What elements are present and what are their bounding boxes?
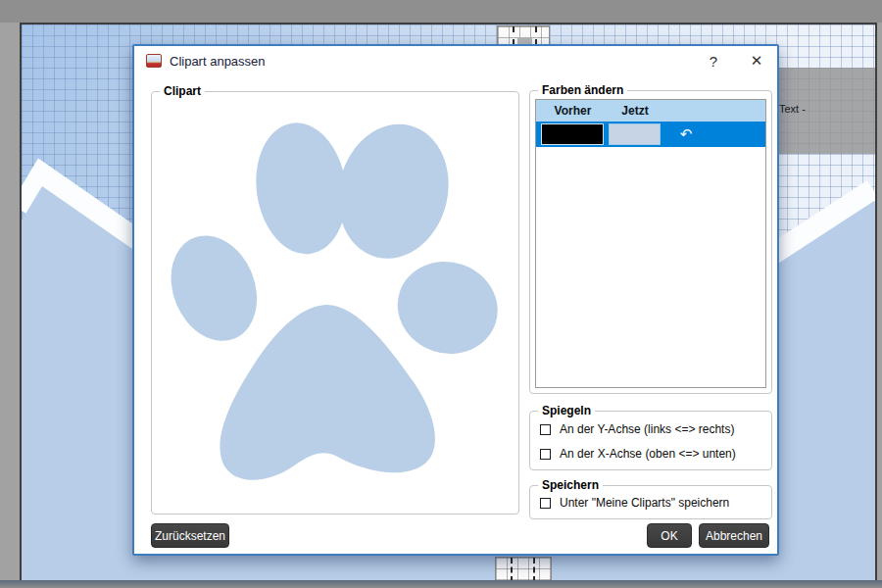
color-mapping-list[interactable]: Vorher Jetzt ↶ bbox=[535, 99, 766, 388]
save-to-my-cliparts-option[interactable]: Unter "Meine Cliparts" speichern bbox=[540, 496, 729, 510]
clipart-preview bbox=[154, 94, 516, 512]
ok-button[interactable]: OK bbox=[647, 523, 692, 548]
column-header-vorher: Vorher bbox=[541, 104, 605, 118]
mirror-x-axis-label: An der X-Achse (oben <=> unten) bbox=[560, 447, 736, 461]
mirror-y-axis-checkbox[interactable] bbox=[540, 424, 551, 435]
save-to-my-cliparts-label: Unter "Meine Cliparts" speichern bbox=[560, 496, 729, 510]
save-group: Speichern Unter "Meine Cliparts" speiche… bbox=[529, 485, 772, 519]
dialog-title: Clipart anpassen bbox=[170, 54, 266, 69]
clipart-dialog: Clipart anpassen ? ✕ Clipart Farben ände… bbox=[132, 44, 779, 556]
paw-print-clipart bbox=[154, 94, 516, 512]
color-list-header: Vorher Jetzt bbox=[536, 100, 765, 122]
canvas-bottom-edge bbox=[0, 580, 882, 588]
table-dashed-guide bbox=[513, 26, 514, 45]
mirror-y-axis-option[interactable]: An der Y-Achse (links <=> rechts) bbox=[540, 422, 734, 436]
after-color-swatch[interactable] bbox=[609, 123, 661, 145]
table-dashed-guide bbox=[511, 558, 513, 582]
clipart-group: Clipart bbox=[151, 91, 519, 514]
mirror-y-axis-label: An der Y-Achse (links <=> rechts) bbox=[560, 422, 734, 436]
clipart-dialog-icon bbox=[146, 54, 162, 68]
save-group-label: Speichern bbox=[538, 478, 603, 492]
mirror-x-axis-checkbox[interactable] bbox=[540, 449, 551, 460]
window-chrome-top bbox=[0, 0, 882, 23]
help-button[interactable]: ? bbox=[705, 53, 722, 70]
table-object-top bbox=[497, 25, 550, 46]
before-color-swatch bbox=[541, 123, 604, 145]
dialog-title-bar[interactable]: Clipart anpassen ? ✕ bbox=[134, 46, 777, 75]
color-row-selected[interactable]: ↶ bbox=[536, 122, 765, 147]
mirror-group: Spiegeln An der Y-Achse (links <=> recht… bbox=[529, 411, 772, 470]
save-to-my-cliparts-checkbox[interactable] bbox=[540, 498, 551, 509]
colors-group: Farben ändern Vorher Jetzt ↶ bbox=[529, 90, 772, 394]
undo-arrow-icon[interactable]: ↶ bbox=[671, 122, 701, 146]
table-dashed-guide bbox=[533, 558, 535, 582]
table-object-bottom bbox=[495, 557, 552, 582]
mirror-group-label: Spiegeln bbox=[538, 404, 595, 417]
mirror-x-axis-option[interactable]: An der X-Achse (oben <=> unten) bbox=[540, 447, 736, 461]
reset-button[interactable]: Zurücksetzen bbox=[151, 523, 229, 548]
table-dashed-guide bbox=[535, 26, 537, 45]
colors-group-label: Farben ändern bbox=[538, 83, 627, 97]
column-header-jetzt: Jetzt bbox=[609, 104, 662, 118]
cancel-button[interactable]: Abbrechen bbox=[699, 523, 769, 548]
close-button[interactable]: ✕ bbox=[748, 52, 765, 70]
